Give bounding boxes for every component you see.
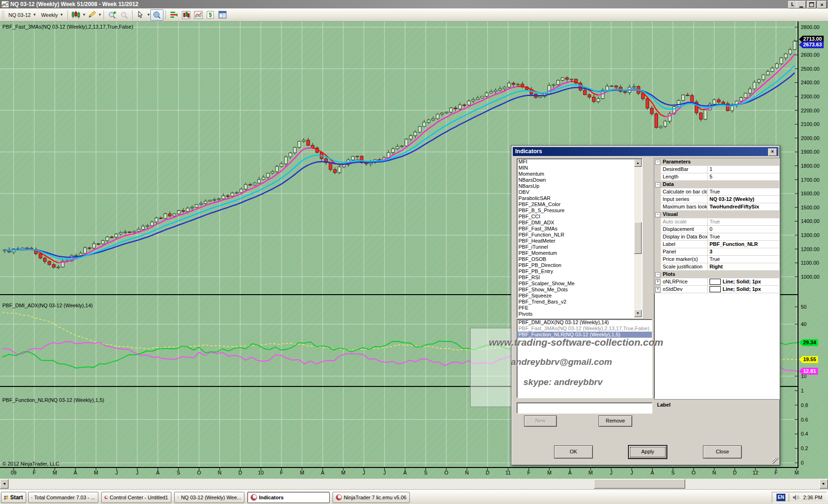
market-analyzer-button[interactable] [168,10,180,20]
available-indicator-item[interactable]: PBF_2EMA_Color [517,201,642,208]
available-indicator-item[interactable]: PBF_Squeeze [517,293,642,299]
available-indicator-item[interactable]: Pivots [517,311,642,317]
plot-color-swatch[interactable] [710,279,721,285]
property-row[interactable]: Displacement0 [654,226,779,233]
applied-indicator-item[interactable]: PBF_Fast_3MAs(NQ 03-12 (Weekly),2,13,17,… [517,326,652,332]
toolbar-grip[interactable] [2,11,4,19]
property-row[interactable]: Input seriesNQ 03-12 (Weekly) [654,196,779,203]
property-value[interactable]: PBF_Function_NLR [708,241,779,248]
draw-tools-pencil-button[interactable] [86,10,98,20]
property-row[interactable]: DesiredBar1 [654,166,779,173]
new-button[interactable]: New [524,415,557,427]
period-dropdown[interactable]: Weekly▼ [39,11,66,19]
available-indicator-item[interactable]: PBF_HeatMeter [517,238,642,244]
taskbar-button-control-center-untitled1[interactable]: Control Center - Untitled1 [101,492,171,503]
property-value[interactable]: 5 [708,173,779,181]
property-value[interactable]: TwoHundredFiftySix [708,203,779,211]
available-indicator-item[interactable]: PFE [517,305,642,311]
property-row[interactable]: LabelPBF_Function_NLR [654,241,779,248]
property-row[interactable]: Price marker(s)True [654,256,779,263]
property-section-row[interactable]: −Data [654,181,779,188]
property-row[interactable]: +oNLRPriceLine; Solid; 1px [654,278,779,286]
available-indicator-item[interactable]: PBF_Momentum [517,250,642,256]
close-dialog-button[interactable]: Close [703,445,742,459]
available-indicator-item[interactable]: PBF_Scalper_Show_Me [517,281,642,287]
property-value[interactable]: Line; Solid; 1px [708,278,779,286]
available-indicator-item[interactable]: PBF_CCI [517,214,642,220]
property-row[interactable]: +oStdDevLine; Solid; 1px [654,286,779,293]
property-value[interactable]: 3 [708,248,779,256]
available-indicator-item[interactable]: MFI [517,159,642,165]
zoom-out-button[interactable] [118,10,130,20]
taskbar-button-total-commander-7-03[interactable]: Total Commander 7.03 - ... [28,492,98,503]
hscrollbar-thumb[interactable] [594,479,685,489]
property-row[interactable]: Display in Data BoxTrue [654,233,779,241]
available-indicator-item[interactable]: PBF_B_S_Pressure [517,208,642,214]
property-value[interactable]: Line; Solid; 1px [708,286,779,293]
available-indicator-item[interactable]: PBF_PB_Direction [517,262,642,268]
ok-button[interactable]: OK [554,445,593,459]
instrument-dropdown[interactable]: NQ 03-12▼ [6,11,39,19]
minimize-button[interactable] [797,1,806,8]
property-row[interactable]: Calculate on bar closeTrue [654,188,779,196]
dialog-titlebar[interactable]: Indicators [513,147,778,156]
property-row[interactable]: Scale justificationRight [654,263,779,271]
chart-window-button[interactable] [180,10,192,20]
available-indicator-item[interactable]: PBF_RSI [517,274,642,281]
control-center-panel-button[interactable] [216,10,229,20]
available-indicator-item[interactable]: ParabolicSAR [517,195,642,201]
chevron-down-icon[interactable]: ▼ [82,13,86,17]
available-list-scrollbar[interactable]: ▲ ▼ [634,159,642,317]
property-row[interactable]: Auto scaleTrue [654,218,779,226]
available-indicator-item[interactable]: PBF_iTunnel [517,244,642,250]
expand-icon[interactable]: + [655,280,660,285]
chart-horizontal-scrollbar[interactable]: ◄ ► [0,479,828,489]
taskbar-button-ninjatrader-7-lic-emu-v5-06[interactable]: NinjaTrader 7 lic.emu v5.06 [333,492,410,503]
plot-color-swatch[interactable] [710,286,721,292]
property-value[interactable]: True [708,218,779,226]
property-value[interactable]: True [708,256,779,263]
cursor-pointer-button[interactable] [134,10,147,20]
available-indicator-item[interactable]: PBF_DMI_ADX [517,220,642,226]
available-indicator-item[interactable]: NBarsUp [517,183,642,189]
collapse-icon[interactable]: − [655,272,660,277]
taskbar-button-indicators[interactable]: Indicators [247,492,330,503]
data-box-magnifier-button[interactable] [150,9,163,21]
chevron-down-icon[interactable]: ▼ [98,13,102,17]
scroll-left-button[interactable]: ◄ [0,479,8,489]
bar-style-candlestick-button[interactable] [70,10,82,20]
close-button[interactable]: × [817,1,827,8]
available-indicator-item[interactable]: PBF_Fast_3MAs [517,226,642,232]
indicator-name-field[interactable] [517,402,652,414]
scroll-up-button[interactable]: ▲ [634,159,642,167]
language-indicator[interactable]: EN [776,494,785,501]
volume-icon[interactable] [792,494,800,501]
properties-grid[interactable]: −ParametersDesiredBar1Length5−DataCalcul… [654,158,780,399]
apply-button[interactable]: Apply [628,445,667,459]
line-chart-window-button[interactable] [192,10,204,20]
restore-button[interactable] [807,1,816,8]
chevron-down-icon[interactable]: ▼ [147,13,150,17]
property-section-row[interactable]: −Plots [654,271,779,278]
link-button[interactable]: L [788,1,797,8]
clock[interactable]: 2:36 PM [803,495,822,500]
applied-indicator-item[interactable]: PBF_DMI_ADX(NQ 03-12 (Weekly),14) [517,319,652,326]
scroll-right-button[interactable]: ► [820,479,828,489]
scroll-down-button[interactable]: ▼ [634,310,642,317]
collapse-icon[interactable]: − [655,160,660,165]
dialog-close-button[interactable]: × [768,148,777,156]
property-row[interactable]: Panel3 [654,248,779,256]
zoom-in-button[interactable] [106,10,118,20]
property-value[interactable]: 1 [708,166,779,173]
start-button[interactable]: Start [1,492,26,503]
remove-button[interactable]: Remove [599,415,632,427]
available-indicator-item[interactable]: MIN [517,165,642,171]
taskbar-button-nq-03-12-weekly-wee[interactable]: NQ 03-12 (Weekly) Wee... [174,492,244,503]
resize-grip[interactable] [772,458,778,464]
expand-icon[interactable]: + [655,287,660,292]
property-row[interactable]: Maximum bars look backTwoHundredFiftySix [654,203,779,211]
available-indicator-item[interactable]: PBF_PB_Entry [517,268,642,274]
property-row[interactable]: Length5 [654,173,779,181]
available-indicator-item[interactable]: PBF_OSOB [517,256,642,262]
property-value[interactable]: True [708,188,779,196]
